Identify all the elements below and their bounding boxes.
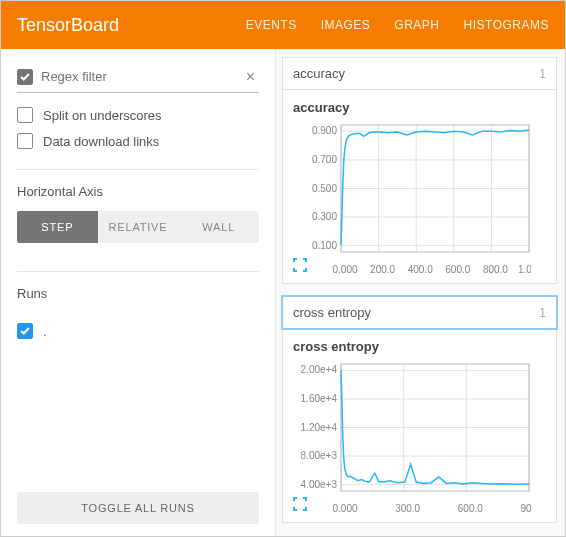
plot-cross-entropy: 4.00e+38.00e+31.20e+41.60e+42.00e+4 (293, 360, 546, 495)
sidebar: × Split on underscores Data download lin… (1, 49, 276, 536)
data-download-checkbox[interactable] (17, 133, 33, 149)
svg-text:0.300: 0.300 (312, 211, 337, 222)
split-underscores-checkbox[interactable] (17, 107, 33, 123)
svg-text:1.60e+4: 1.60e+4 (301, 393, 338, 404)
run-name: . (43, 324, 47, 339)
svg-text:300.0: 300.0 (395, 503, 420, 514)
tab-histograms[interactable]: HISTOGRAMS (464, 18, 549, 32)
fullscreen-icon[interactable] (293, 497, 307, 514)
run-row[interactable]: . (17, 323, 259, 339)
expand-icon (293, 497, 307, 511)
main-panel: accuracy 1 accuracy 0.1000.3000.5000.700… (276, 49, 565, 536)
option-label: Data download links (43, 134, 159, 149)
group-header-cross-entropy[interactable]: cross entropy 1 (282, 296, 557, 329)
svg-text:0.000: 0.000 (332, 264, 357, 275)
app-header: TensorBoard EVENTS IMAGES GRAPH HISTOGRA… (1, 1, 565, 49)
regex-filter-input[interactable] (41, 65, 234, 88)
svg-text:0.900: 0.900 (312, 125, 337, 136)
fullscreen-icon[interactable] (293, 258, 307, 275)
chart-card-accuracy: accuracy 0.1000.3000.5000.7000.900 0.000… (282, 90, 557, 284)
svg-text:0.500: 0.500 (312, 183, 337, 194)
runs-label: Runs (17, 286, 259, 301)
svg-text:0.100: 0.100 (312, 240, 337, 251)
group-count: 1 (539, 306, 546, 320)
chart-card-cross-entropy: cross entropy 4.00e+38.00e+31.20e+41.60e… (282, 329, 557, 523)
axis-btn-relative[interactable]: RELATIVE (98, 211, 179, 243)
svg-text:0.000: 0.000 (332, 503, 357, 514)
svg-text:800.0: 800.0 (483, 264, 508, 275)
regex-filter-checkbox[interactable] (17, 69, 33, 85)
svg-text:600.0: 600.0 (445, 264, 470, 275)
tab-events[interactable]: EVENTS (246, 18, 297, 32)
group-name: accuracy (293, 66, 345, 81)
axis-button-group: STEP RELATIVE WALL (17, 211, 259, 243)
svg-text:4.00e+3: 4.00e+3 (301, 479, 338, 490)
toggle-all-runs-button[interactable]: TOGGLE ALL RUNS (17, 492, 259, 524)
runs-list: . (17, 323, 259, 347)
svg-text:600.0: 600.0 (458, 503, 483, 514)
chart-group-cross-entropy: cross entropy 1 cross entropy 4.00e+38.0… (282, 296, 557, 523)
tab-images[interactable]: IMAGES (321, 18, 371, 32)
tab-graph[interactable]: GRAPH (394, 18, 439, 32)
svg-text:1.000k: 1.000k (518, 264, 531, 275)
plot-accuracy: 0.1000.3000.5000.7000.900 (293, 121, 546, 256)
option-label: Split on underscores (43, 108, 162, 123)
run-checkbox[interactable] (17, 323, 33, 339)
horizontal-axis-label: Horizontal Axis (17, 184, 259, 199)
svg-text:0.700: 0.700 (312, 154, 337, 165)
regex-filter-row: × (17, 65, 259, 93)
svg-text:1.20e+4: 1.20e+4 (301, 422, 338, 433)
expand-icon (293, 258, 307, 272)
header-tabs: EVENTS IMAGES GRAPH HISTOGRAMS (246, 18, 549, 32)
check-icon (19, 71, 31, 83)
group-name: cross entropy (293, 305, 371, 320)
chart-title: accuracy (293, 100, 546, 115)
svg-text:2.00e+4: 2.00e+4 (301, 364, 338, 375)
svg-text:400.0: 400.0 (408, 264, 433, 275)
svg-text:200.0: 200.0 (370, 264, 395, 275)
group-header-accuracy[interactable]: accuracy 1 (282, 57, 557, 90)
divider (17, 271, 259, 272)
axis-btn-wall[interactable]: WALL (178, 211, 259, 243)
svg-text:8.00e+3: 8.00e+3 (301, 450, 338, 461)
divider (17, 169, 259, 170)
chart-title: cross entropy (293, 339, 546, 354)
option-data-download[interactable]: Data download links (17, 133, 259, 149)
check-icon (19, 325, 31, 337)
group-count: 1 (539, 67, 546, 81)
axis-btn-step[interactable]: STEP (17, 211, 98, 243)
option-split-underscores[interactable]: Split on underscores (17, 107, 259, 123)
app-title: TensorBoard (17, 15, 119, 36)
clear-filter-icon[interactable]: × (242, 68, 259, 86)
chart-group-accuracy: accuracy 1 accuracy 0.1000.3000.5000.700… (282, 57, 557, 284)
svg-text:900.0: 900.0 (520, 503, 531, 514)
